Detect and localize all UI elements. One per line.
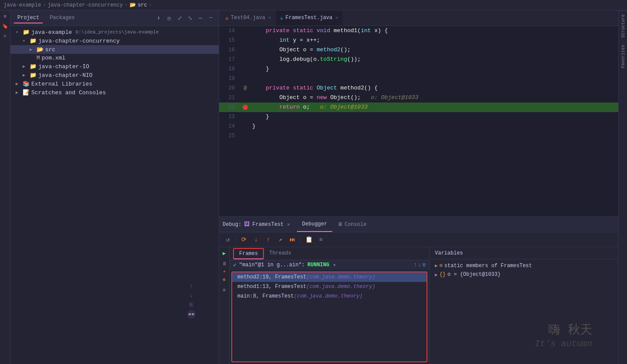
tab-project[interactable]: Project <box>14 13 43 23</box>
line-gutter-17 <box>240 55 250 64</box>
line-gutter-25 <box>240 131 250 141</box>
variables-list: ▶ ⊙ static members of FramesTest ▶ {} o … <box>430 259 618 364</box>
breadcrumb-src-icon: 📂 <box>130 2 136 8</box>
step-over-button[interactable]: ⟳ <box>239 235 249 245</box>
step-out-button[interactable]: ↑ <box>263 235 273 245</box>
frame-item-0[interactable]: method2:19, FramesTest (com.java.demo.th… <box>232 272 427 282</box>
bookmarks-icon[interactable]: 🔖 <box>1 22 10 30</box>
line-content-17: log.debug(o.toString()); <box>250 55 618 64</box>
tab-test04[interactable]: ☕ Test04.java ✕ <box>221 10 276 26</box>
thread-up-arrow[interactable]: ↑ <box>414 261 417 268</box>
thread-dropdown[interactable]: ▾ <box>333 262 336 268</box>
line-num-16: 16 <box>219 45 240 55</box>
tree-label-src: src <box>45 46 55 53</box>
subtab-frames[interactable]: Frames <box>233 248 264 259</box>
breadcrumb-item-1[interactable]: java-example <box>3 2 41 8</box>
variables-panel: Variables ▶ ⊙ static members of FramesTe… <box>430 247 618 364</box>
frame-item-1[interactable]: method1:13, FramesTest (com.java.demo.th… <box>232 282 427 291</box>
tree-icon-scratches: 📝 <box>23 89 30 96</box>
debug-resume-icon[interactable]: ▶ <box>220 249 229 258</box>
tree-item-src[interactable]: ▶ 📂 src <box>10 45 219 54</box>
tree-icon-nio: 📁 <box>30 72 37 79</box>
line-gutter-15 <box>240 36 250 45</box>
breadcrumb-sep-1: › <box>43 2 46 8</box>
tab-test04-close[interactable]: ✕ <box>268 15 271 20</box>
tree-item-pom[interactable]: ▶ M pom.xml <box>10 54 219 62</box>
tab-framestest[interactable]: ☕ FramesTest.java ✕ <box>276 10 343 26</box>
line-num-24: 24 <box>219 122 240 131</box>
panel-expand-icon[interactable]: ⤢ <box>175 14 184 23</box>
subtab-threads[interactable]: Threads <box>264 248 296 259</box>
trace-over-button[interactable]: 📋 <box>303 235 314 245</box>
line-num-22: 22 <box>219 103 240 112</box>
search-icon[interactable]: ⊗ <box>1 31 10 40</box>
panel-menu-icon[interactable]: ⋯ <box>196 14 205 23</box>
line-content-19 <box>250 74 618 83</box>
line-content-14: private static void method1(int x) { <box>250 26 618 36</box>
debug-settings-icon[interactable]: ⚙ <box>220 285 229 294</box>
panel-close-icon[interactable]: − <box>207 14 215 23</box>
code-line-21: 21 Object o = new Object(); o: Object@10… <box>219 93 618 103</box>
evaluate-button[interactable]: ⏭ <box>287 235 298 245</box>
tree-label-scratches: Scratches and Consoles <box>31 89 106 96</box>
thread-check-icon: ✓ <box>233 261 237 268</box>
trace-into-button[interactable]: ≡ <box>316 235 326 245</box>
tree-item-concurrency[interactable]: ▾ 📁 java-chapter-concurrency <box>10 36 219 45</box>
debug-session-close[interactable]: ✕ <box>287 222 290 227</box>
run-to-cursor-button[interactable]: ↗ <box>275 235 286 245</box>
line-gutter-24 <box>240 122 250 131</box>
line-content-22: return o; o: Object@1033 <box>250 103 618 112</box>
debug-tab-debugger[interactable]: Debugger <box>297 217 333 232</box>
frame-pkg-0: (com.java.demo.theory) <box>306 274 375 280</box>
console-icon: 🖥 <box>337 221 343 228</box>
debug-bp-icon[interactable]: ⊙ <box>220 275 229 284</box>
frames-list-container: method2:19, FramesTest (com.java.demo.th… <box>231 271 427 362</box>
debug-pause-icon[interactable]: ⏸ <box>220 259 229 268</box>
tree-icon-src: 📂 <box>37 46 43 53</box>
rerun-button[interactable]: ↺ <box>223 235 233 245</box>
tree-item-nio[interactable]: ▶ 📁 java-chapter-NIO <box>10 71 219 79</box>
debug-tab-console[interactable]: 🖥 Console <box>332 217 371 232</box>
tree-item-io[interactable]: ▶ 📁 java-chapter-IO <box>10 62 219 71</box>
panel-target-icon[interactable]: ◎ <box>165 14 173 23</box>
breakpoint-22[interactable] <box>243 105 248 110</box>
panel-shrink-icon[interactable]: ⤡ <box>186 14 194 23</box>
thread-filter-icon[interactable]: ▽ <box>422 261 426 268</box>
tree-arrow-src: ▶ <box>30 47 35 52</box>
line-content-16: Object o = method2(); <box>250 45 618 55</box>
var-expand-static[interactable]: ▶ <box>435 263 438 268</box>
line-gutter-19 <box>240 74 250 83</box>
tree-label-nio: java-chapter-NIO <box>38 72 93 79</box>
breadcrumb-item-2[interactable]: java-chapter-concurrency <box>48 2 123 8</box>
frame-item-2[interactable]: main:8, FramesTest (com.java.demo.theory… <box>232 291 427 301</box>
var-item-o[interactable]: ▶ {} o = {Object@1033} <box>430 270 618 279</box>
var-expand-o[interactable]: ▶ <box>435 272 438 278</box>
panel-collapse-icon[interactable]: ⬇ <box>154 14 163 23</box>
tab-packages[interactable]: Packages <box>46 13 78 23</box>
tab-test04-icon: ☕ <box>225 14 229 21</box>
step-into-button[interactable]: ↓ <box>251 235 261 245</box>
tab-framestest-close[interactable]: ✕ <box>336 15 339 20</box>
var-item-static[interactable]: ▶ ⊙ static members of FramesTest <box>430 261 618 270</box>
line-content-24: } <box>250 122 618 131</box>
project-icon[interactable]: ≡ <box>1 12 10 21</box>
tree-item-ext-lib[interactable]: ▶ 📚 External Libraries <box>10 79 219 88</box>
thread-down-arrow[interactable]: ↓ <box>418 261 421 268</box>
tree-label-ext-lib: External Libraries <box>31 81 92 87</box>
tree-path-java-example: D:\idea_projects\java-example <box>76 30 159 35</box>
thread-nav-arrows: ↑ ↓ ▽ <box>414 261 426 268</box>
toolbar-sep-2 <box>300 236 301 244</box>
frames-list: method2:19, FramesTest (com.java.demo.th… <box>232 272 427 301</box>
code-line-20: 20 @ private static Object method2() { <box>219 83 618 93</box>
line-num-23: 23 <box>219 112 240 122</box>
line-num-14: 14 <box>219 26 240 36</box>
tree-item-scratches[interactable]: ▶ 📝 Scratches and Consoles <box>10 88 219 97</box>
breadcrumb-item-3[interactable]: src <box>138 2 147 8</box>
toolbar-sep-1 <box>236 236 236 244</box>
structure-label[interactable]: Structure <box>619 10 627 41</box>
line-gutter-14 <box>240 26 250 36</box>
var-icon-o: {} <box>440 271 446 278</box>
code-editor[interactable]: 14 private static void method1(int x) { … <box>219 26 618 216</box>
tree-item-java-example[interactable]: ▾ 📁 java-example D:\idea_projects\java-e… <box>10 28 219 36</box>
favorites-label[interactable]: Favorites <box>619 41 627 72</box>
